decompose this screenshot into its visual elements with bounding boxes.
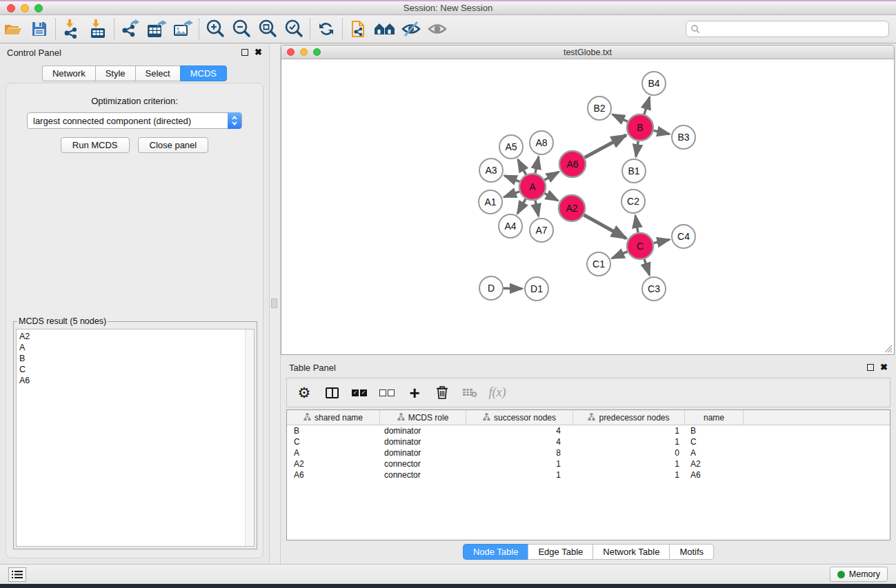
graph-edge-B-B1[interactable] xyxy=(636,141,638,156)
tab-style[interactable]: Style xyxy=(95,65,135,81)
graph-edge-A-A1[interactable] xyxy=(504,192,519,197)
graph-edge-B-B4[interactable] xyxy=(644,97,650,114)
graph-node-C4[interactable]: C4 xyxy=(672,225,695,248)
network-file-icon[interactable] xyxy=(346,17,372,41)
mcds-result-item[interactable]: C xyxy=(19,364,254,375)
zoom-out-icon[interactable] xyxy=(228,17,255,41)
graph-node-B1[interactable]: B1 xyxy=(622,159,646,183)
search-field[interactable] xyxy=(686,21,889,37)
mcds-result-item[interactable]: A6 xyxy=(19,375,254,386)
column-header-name[interactable]: name xyxy=(685,410,744,425)
tab-mcds[interactable]: MCDS xyxy=(180,65,227,81)
column-header-successor-nodes[interactable]: successor nodes xyxy=(466,410,573,425)
graph-node-A[interactable]: A xyxy=(519,174,546,200)
graph-edge-A2-C[interactable] xyxy=(584,215,626,239)
table-row[interactable]: Bdominator41B xyxy=(287,425,890,436)
graph-node-A8[interactable]: A8 xyxy=(530,131,553,154)
graph-node-D1[interactable]: D1 xyxy=(525,277,548,301)
table-row[interactable]: A2connector11A2 xyxy=(287,458,890,469)
graph-edge-A6-B[interactable] xyxy=(585,135,626,158)
graph-edge-C-C4[interactable] xyxy=(654,240,670,243)
graph-edge-C-C2[interactable] xyxy=(635,216,638,232)
hide-selected-icon[interactable] xyxy=(398,17,424,41)
show-selected-icon[interactable] xyxy=(424,17,450,41)
float-table-panel-icon[interactable] xyxy=(867,364,874,371)
graph-node-A5[interactable]: A5 xyxy=(499,135,523,159)
panel-divider[interactable] xyxy=(269,43,281,564)
graph-edge-C-C3[interactable] xyxy=(644,259,649,275)
table-header-row[interactable]: shared nameMCDS rolesuccessor nodesprede… xyxy=(287,410,890,425)
node-table[interactable]: shared nameMCDS rolesuccessor nodesprede… xyxy=(286,409,890,540)
table-row[interactable]: Adominator80A xyxy=(287,447,890,458)
export-table-icon[interactable] xyxy=(143,17,170,41)
graph-edge-A-A3[interactable] xyxy=(504,176,519,182)
delete-row-icon[interactable] xyxy=(432,381,452,405)
mcds-result-list[interactable]: A2ABCA6 xyxy=(16,329,255,547)
graph-node-C3[interactable]: C3 xyxy=(642,277,666,301)
resize-grip-icon[interactable] xyxy=(883,343,893,353)
graph-node-B3[interactable]: B3 xyxy=(672,125,695,149)
graph-node-A7[interactable]: A7 xyxy=(530,219,553,242)
criterion-select[interactable]: largest connected component (directed) xyxy=(27,112,242,129)
divider-handle-icon[interactable] xyxy=(271,298,277,308)
refresh-view-icon[interactable] xyxy=(313,17,339,41)
graph-edge-A-A2[interactable] xyxy=(545,194,558,201)
export-image-icon[interactable] xyxy=(170,17,196,41)
graph-edge-B-B2[interactable] xyxy=(613,114,628,121)
close-panel-icon[interactable]: ✖ xyxy=(255,49,262,56)
run-mcds-button[interactable]: Run MCDS xyxy=(61,137,130,153)
show-column-panel-icon[interactable] xyxy=(321,381,342,405)
tab-node-table[interactable]: Node Table xyxy=(463,544,528,560)
memory-button[interactable]: Memory xyxy=(830,567,888,582)
graph-node-D[interactable]: D xyxy=(479,276,503,300)
zoom-selected-icon[interactable] xyxy=(281,17,307,41)
zoom-fit-icon[interactable] xyxy=(255,17,281,41)
graph-node-B4[interactable]: B4 xyxy=(642,72,666,95)
network-canvas[interactable]: B4B2BB3A8A5A6A3B1AA1C2A2A4A7C4CC1DC3D1 xyxy=(281,59,894,354)
graph-node-B2[interactable]: B2 xyxy=(588,97,611,120)
show-all-networks-icon[interactable] xyxy=(372,17,398,41)
column-header-shared-name[interactable]: shared name xyxy=(287,410,380,425)
graph-edge-A-A4[interactable] xyxy=(517,199,526,213)
close-panel-button[interactable]: Close panel xyxy=(138,137,209,153)
table-row[interactable]: Cdominator41C xyxy=(287,436,890,447)
graph-node-A2[interactable]: A2 xyxy=(559,195,585,221)
search-input[interactable] xyxy=(700,22,888,36)
graph-node-B[interactable]: B xyxy=(627,114,653,141)
graph-edge-A-A7[interactable] xyxy=(535,201,539,216)
graph-edge-B-B3[interactable] xyxy=(654,130,670,134)
import-table-icon[interactable] xyxy=(85,17,111,41)
column-header-MCDS-role[interactable]: MCDS role xyxy=(380,410,466,425)
graph-node-A1[interactable]: A1 xyxy=(479,190,502,214)
tab-select[interactable]: Select xyxy=(135,65,180,81)
select-all-rows-icon[interactable]: ✓✓ xyxy=(349,381,370,405)
graph-node-A3[interactable]: A3 xyxy=(479,159,503,182)
zoom-in-icon[interactable] xyxy=(202,17,228,41)
graph-node-A6[interactable]: A6 xyxy=(559,151,586,177)
graph-edge-A-A6[interactable] xyxy=(544,172,559,180)
close-table-panel-icon[interactable]: ✖ xyxy=(880,364,888,371)
tab-motifs[interactable]: Motifs xyxy=(669,544,714,560)
save-session-icon[interactable] xyxy=(26,17,52,41)
float-panel-icon[interactable] xyxy=(241,49,248,56)
graph-node-C1[interactable]: C1 xyxy=(587,252,610,276)
import-network-icon[interactable] xyxy=(59,17,85,41)
mcds-result-item[interactable]: A xyxy=(19,342,254,353)
graph-node-C[interactable]: C xyxy=(627,233,653,259)
column-header-predecessor-nodes[interactable]: predecessor nodes xyxy=(573,410,685,425)
column-settings-icon[interactable]: ⚙ xyxy=(294,381,315,405)
graph-edge-A-A5[interactable] xyxy=(518,160,526,175)
table-row[interactable]: A6connector11A6 xyxy=(287,469,890,480)
network-graph[interactable]: B4B2BB3A8A5A6A3B1AA1C2A2A4A7C4CC1DC3D1 xyxy=(281,59,894,354)
tab-network[interactable]: Network xyxy=(42,65,95,81)
mcds-result-item[interactable]: B xyxy=(19,353,254,364)
result-list-scrollbar[interactable] xyxy=(245,330,254,546)
mcds-result-item[interactable]: A2 xyxy=(19,331,254,342)
tab-network-table[interactable]: Network Table xyxy=(593,544,669,560)
deselect-all-rows-icon[interactable] xyxy=(377,381,397,405)
graph-edge-C-C1[interactable] xyxy=(612,252,627,258)
tab-edge-table[interactable]: Edge Table xyxy=(528,544,593,560)
graph-node-C2[interactable]: C2 xyxy=(621,190,645,213)
add-row-icon[interactable]: + xyxy=(404,381,425,405)
open-file-icon[interactable] xyxy=(0,17,26,41)
